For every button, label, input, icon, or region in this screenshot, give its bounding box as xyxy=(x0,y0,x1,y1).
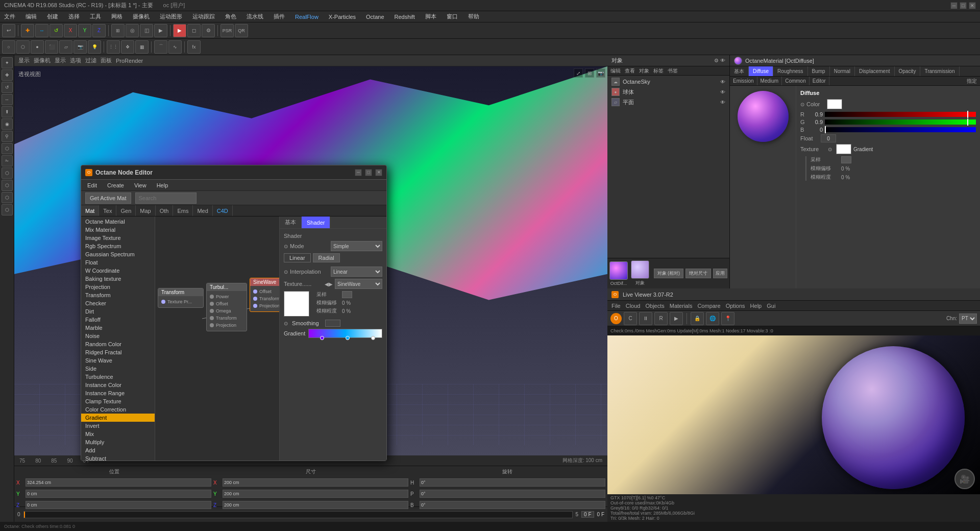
lv-menu-cloud[interactable]: Cloud xyxy=(626,303,641,309)
ne-item-rgb-spectrum[interactable]: Rgb Spectrum xyxy=(81,242,155,250)
ne-item-instance-color[interactable]: Instance Color xyxy=(81,381,155,389)
z-pos-input[interactable] xyxy=(26,501,211,509)
ne-tab-c4d[interactable]: C4D xyxy=(213,205,233,216)
me-tab-transmission[interactable]: Transmission xyxy=(920,66,959,76)
x-pos-input[interactable] xyxy=(26,478,211,487)
vp-camera-icon[interactable]: 📷 xyxy=(596,68,605,78)
me-tab-bump[interactable]: Bump xyxy=(808,66,830,76)
node-sinewave[interactable]: SineWave Offset Transform Projection xyxy=(250,278,279,312)
node-transform[interactable]: Transform Texture Pr... xyxy=(158,288,204,308)
menu-tracking[interactable]: 运动跟踪 xyxy=(190,12,217,21)
tb2-camera[interactable]: 📷 xyxy=(74,40,87,54)
left-icon-rotate[interactable]: ↺ xyxy=(2,82,13,93)
me-tab-basic[interactable]: 基本 xyxy=(730,66,749,76)
ne-menu-create[interactable]: Create xyxy=(105,181,126,189)
tb-x-axis[interactable]: X xyxy=(64,24,77,37)
tb-model[interactable]: ⊞ xyxy=(111,24,125,37)
ne-maximize-btn[interactable]: □ xyxy=(365,169,372,176)
sphere-eye[interactable]: 👁 xyxy=(720,89,725,95)
ne-item-instance-range[interactable]: Instance Range xyxy=(81,389,155,397)
y-size-input[interactable] xyxy=(223,490,408,498)
menu-mograph[interactable]: 运动图形 xyxy=(158,12,184,21)
shader-tab-shader[interactable]: Shader xyxy=(302,216,330,228)
vp-toolbar-filter[interactable]: 过滤 xyxy=(85,57,96,64)
ne-item-sine-wave[interactable]: Sine Wave xyxy=(81,356,155,365)
ne-item-transform[interactable]: Transform xyxy=(81,291,155,299)
me-color-radio[interactable]: ⊙ xyxy=(800,102,804,107)
ne-item-float[interactable]: Float xyxy=(81,258,155,267)
gradient-preview[interactable] xyxy=(308,329,382,338)
ne-tab-tex[interactable]: Tex xyxy=(99,205,116,216)
tb-render[interactable]: ▶ xyxy=(173,24,186,37)
left-icon-particles[interactable]: ⬡ xyxy=(2,204,13,215)
ne-item-image-texture[interactable]: Image Texture xyxy=(81,234,155,242)
me-subtab-common[interactable]: Common xyxy=(782,77,810,85)
ne-item-checker[interactable]: Checker xyxy=(81,299,155,307)
tb2-mograph[interactable]: ▦ xyxy=(135,40,149,54)
me-color-swatch[interactable] xyxy=(827,99,842,109)
lv-map-btn[interactable]: 📍 xyxy=(721,312,734,325)
me-subtab-editor[interactable]: Editor xyxy=(810,77,829,85)
scene-menu-obj[interactable]: 对象 xyxy=(639,67,649,75)
lv-render2-btn[interactable]: ▶ xyxy=(670,312,683,325)
ne-item-projection[interactable]: Projection xyxy=(81,283,155,291)
mat-btn-apply[interactable]: 应用 xyxy=(713,269,727,278)
b-rot-input[interactable] xyxy=(420,501,605,509)
obj-octanesky[interactable]: ☁ OctaneSky 👁 xyxy=(607,77,729,87)
ne-item-dirt[interactable]: Dirt xyxy=(81,307,155,316)
me-color-b-slider[interactable] xyxy=(825,127,976,132)
lv-render-btn[interactable]: R xyxy=(654,312,668,325)
get-active-mat-button[interactable]: Get Active Mat xyxy=(85,192,131,204)
me-subtab-medium[interactable]: Medium xyxy=(757,77,782,85)
tb2-cloner[interactable]: ❖ xyxy=(121,40,134,54)
vp-toolbar-options[interactable]: 选项 xyxy=(70,57,81,64)
menu-select[interactable]: 选择 xyxy=(66,12,82,21)
menu-plugins[interactable]: 插件 xyxy=(272,12,287,21)
scene-menu-bookmark[interactable]: 书签 xyxy=(668,67,678,75)
tb2-cylinder[interactable]: ⬛ xyxy=(45,40,58,54)
tb2-sphere[interactable]: ● xyxy=(31,40,44,54)
ne-menu-help[interactable]: Help xyxy=(155,181,170,189)
lv-menu-compare[interactable]: Compare xyxy=(697,303,720,309)
ne-menu-view[interactable]: View xyxy=(132,181,149,189)
menu-xparticles[interactable]: X-Particles xyxy=(327,13,358,21)
ne-tab-mat[interactable]: Mat xyxy=(81,205,99,216)
tb-scale[interactable]: ↔ xyxy=(35,24,48,37)
z-size-input[interactable] xyxy=(223,501,408,509)
me-tab-diffuse[interactable]: Diffuse xyxy=(749,66,773,76)
tb-y-axis[interactable]: Y xyxy=(78,24,91,37)
mat-thumb-1[interactable]: OctDif... xyxy=(609,261,628,286)
me-tab-opacity[interactable]: Opacity xyxy=(895,66,921,76)
ne-item-multiply[interactable]: Multiply xyxy=(81,438,155,446)
ne-item-octane-material[interactable]: Octane Material xyxy=(81,218,155,226)
shader-texture-select[interactable]: SineWave xyxy=(335,279,382,289)
ne-item-mix-material[interactable]: Mix Material xyxy=(81,226,155,234)
tb-move[interactable]: ✚ xyxy=(21,24,34,37)
mat-btn-obj[interactable]: 对象 (相对) xyxy=(654,269,684,278)
menu-script[interactable]: 脚本 xyxy=(423,12,438,21)
menu-pipeline[interactable]: 流水线 xyxy=(244,12,265,21)
lv-restart-btn[interactable]: C xyxy=(624,312,637,325)
gradient-stop-1[interactable] xyxy=(320,336,324,340)
h-rot-input[interactable] xyxy=(420,478,605,487)
ne-item-w-coordinate[interactable]: W Coordinate xyxy=(81,267,155,275)
left-icon-magnet[interactable]: ⚲ xyxy=(2,131,13,142)
left-icon-move[interactable]: ✚ xyxy=(2,69,13,81)
tb2-cube[interactable]: ⬡ xyxy=(16,40,30,54)
lv-menu-options[interactable]: Options xyxy=(726,303,745,309)
ne-tab-med[interactable]: Med xyxy=(193,205,212,216)
left-icon-cursor[interactable]: ⬆ xyxy=(2,106,13,117)
tb2-twist[interactable]: ∿ xyxy=(168,40,182,54)
left-icon-select[interactable]: ✦ xyxy=(2,57,13,68)
menu-create[interactable]: 创建 xyxy=(45,12,60,21)
ne-item-gradient[interactable]: Gradient xyxy=(81,414,155,422)
shader-interp-radio[interactable]: ⊙ xyxy=(284,269,288,275)
vp-toolbar-cam[interactable]: 摄像机 xyxy=(34,57,51,64)
lv-channel-select[interactable]: PT xyxy=(959,313,977,324)
vp-grid-icon[interactable]: ⊞ xyxy=(585,68,594,78)
tb2-null[interactable]: ○ xyxy=(2,40,15,54)
ne-item-color-correction[interactable]: Color Correction xyxy=(81,405,155,414)
shader-radial-btn[interactable]: Radial xyxy=(313,253,340,262)
tb-texture[interactable]: ◫ xyxy=(140,24,153,37)
shader-linear-btn[interactable]: Linear xyxy=(284,253,311,262)
